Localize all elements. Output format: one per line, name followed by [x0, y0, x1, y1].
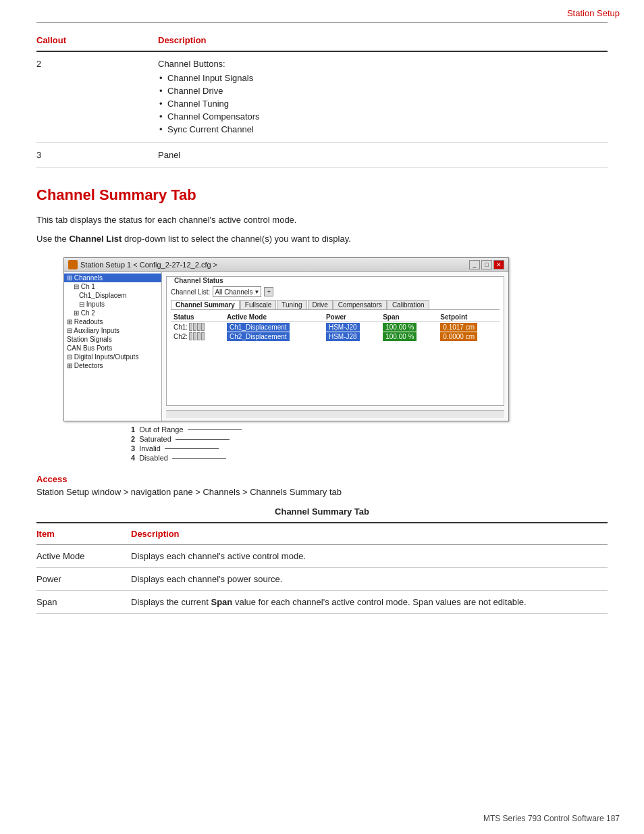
- nav-tree[interactable]: ⊞ Channels ⊟ Ch 1 Ch1_Displacem ⊟ Inputs…: [64, 272, 162, 421]
- channel-status-legend: Channel Status: [172, 277, 225, 284]
- channel-add-button[interactable]: +: [264, 287, 273, 296]
- callout-number: 3: [36, 143, 158, 167]
- annotation-number-2: 2: [131, 435, 135, 443]
- power-value: HSM-J28: [326, 332, 360, 341]
- intro-paragraph-2: Use the Channel List drop-down list to s…: [36, 232, 608, 246]
- nav-item-digital-io[interactable]: ⊟ Digital Inputs/Outputs: [64, 353, 161, 361]
- table-row-span: Span Displays the current Span value for…: [36, 591, 608, 614]
- col-power: Power: [323, 313, 380, 322]
- annotation-2: 2 Saturated: [131, 435, 608, 443]
- breadcrumb: Station Setup: [0, 0, 644, 22]
- setpoint-value: 0.1017 cm: [440, 323, 477, 332]
- nav-item-can-bus-ports[interactable]: CAN Bus Ports: [64, 344, 161, 353]
- channel-list-dropdown[interactable]: All Channels ▼: [213, 286, 261, 297]
- channel-status-inner: Channel List: All Channels ▼ + Channel S…: [167, 285, 504, 344]
- intro-text-pre: Use the: [36, 234, 69, 244]
- software-window: Station Setup 1 < Config_2-27-12_2.cfg >…: [63, 257, 509, 421]
- description-cell-span: Displays the current Span value for each…: [131, 591, 608, 614]
- channel-data-table: Status Active Mode Power Span Setpoint: [171, 313, 500, 341]
- footer: MTS Series 793 Control Software 187: [483, 814, 620, 823]
- tab-drive[interactable]: Drive: [308, 300, 333, 309]
- annotation-label-4: Disabled: [139, 454, 168, 462]
- description-table: Item Description Active Mode Displays ea…: [36, 522, 608, 614]
- ch1-active-mode: Ch1_Displacement: [224, 322, 323, 332]
- dropdown-arrow-icon: ▼: [254, 289, 260, 295]
- callout-table: Callout Description 2 Channel Buttons: C…: [36, 30, 608, 167]
- description-label: Channel Buttons:: [158, 59, 225, 69]
- nav-item-channels[interactable]: ⊞ Channels: [64, 273, 161, 282]
- nav-item-ch2[interactable]: ⊞ Ch 2: [64, 309, 161, 317]
- ch1-id: Ch1:: [171, 322, 224, 332]
- annotation-dash-1: [188, 429, 242, 430]
- window-body: ⊞ Channels ⊟ Ch 1 Ch1_Displacem ⊟ Inputs…: [64, 272, 508, 421]
- active-mode-value: Ch1_Displacement: [227, 323, 290, 332]
- titlebar: Station Setup 1 < Config_2-27-12_2.cfg >…: [64, 258, 508, 272]
- annotation-label-3: Invalid: [139, 444, 161, 452]
- status-bar: [193, 323, 196, 331]
- tab-calibration[interactable]: Calibration: [387, 300, 429, 309]
- nav-item-detectors[interactable]: ⊞ Detectors: [64, 361, 161, 370]
- description-cell: Displays each channel's active control m…: [131, 545, 608, 568]
- table-row-power: Power Displays each channel's power sour…: [36, 568, 608, 591]
- close-button[interactable]: ✕: [493, 260, 504, 269]
- annotation-number-3: 3: [131, 444, 135, 452]
- channel-list-label: Channel List:: [171, 288, 210, 296]
- access-path: Station Setup window > navigation pane >…: [36, 487, 608, 497]
- access-heading: Access: [36, 474, 608, 484]
- channel-tabs[interactable]: Channel Summary Fullscale Tuning Drive C…: [171, 300, 500, 310]
- nav-item-ch1-displacem[interactable]: Ch1_Displacem: [64, 291, 161, 300]
- divider-top: [36, 22, 608, 23]
- active-mode-value: Ch2_Displacement: [227, 332, 290, 341]
- app-icon: [68, 260, 78, 269]
- nav-item-readouts[interactable]: ⊞ Readouts: [64, 317, 161, 326]
- tab-channel-summary[interactable]: Channel Summary: [171, 300, 240, 309]
- ch1-setpoint: 0.1017 cm: [437, 322, 500, 332]
- annotation-label-1: Out of Range: [139, 425, 183, 434]
- power-value: HSM-J20: [326, 323, 360, 332]
- tab-tuning[interactable]: Tuning: [277, 300, 306, 309]
- item-cell: Power: [36, 568, 131, 591]
- window-controls[interactable]: _ □ ✕: [469, 260, 504, 269]
- minimize-button[interactable]: _: [469, 260, 480, 269]
- ch1-label: Ch1:: [173, 323, 188, 331]
- item-cell: Active Mode: [36, 545, 131, 568]
- status-bar: [197, 332, 200, 340]
- ch2-row: Ch2:: [171, 332, 500, 341]
- ch2-span: 100.00 %: [380, 332, 437, 341]
- nav-item-station-signals[interactable]: Station Signals: [64, 335, 161, 344]
- col-active-mode: Active Mode: [224, 313, 323, 322]
- tab-compensators[interactable]: Compensators: [333, 300, 387, 309]
- nav-item-inputs[interactable]: ⊟ Inputs: [64, 300, 161, 309]
- span-value: 100.00 %: [383, 332, 417, 341]
- description-col-header: Description: [158, 30, 608, 51]
- col-status: Status: [171, 313, 224, 322]
- annotation-number-4: 4: [131, 454, 135, 462]
- annotation-dash-3: [165, 448, 219, 449]
- titlebar-title: Station Setup 1 < Config_2-27-12_2.cfg >: [68, 260, 217, 269]
- channel-status-group: Channel Status Channel List: All Channel…: [166, 276, 504, 406]
- col-span: Span: [380, 313, 437, 322]
- nav-item-ch1[interactable]: ⊟ Ch 1: [64, 282, 161, 291]
- screenshot-area: Station Setup 1 < Config_2-27-12_2.cfg >…: [63, 257, 608, 462]
- channel-status-panel: Channel Status Channel List: All Channel…: [162, 272, 508, 421]
- annotation-dash-2: [176, 439, 230, 440]
- span-desc-post: value for each channel's active control …: [232, 597, 526, 607]
- nav-item-auxiliary-inputs[interactable]: ⊟ Auxiliary Inputs: [64, 326, 161, 335]
- table-row: 3 Panel: [36, 143, 608, 167]
- callout-description: Channel Buttons: Channel Input Signals C…: [158, 51, 608, 143]
- annotation-number-1: 1: [131, 425, 135, 434]
- annotation-dash-4: [172, 458, 226, 459]
- scrollbar-area[interactable]: [166, 410, 504, 418]
- tab-fullscale[interactable]: Fullscale: [240, 300, 276, 309]
- list-item: Channel Drive: [158, 84, 601, 97]
- section-heading: Channel Summary Tab: [36, 186, 608, 204]
- list-item: Channel Compensators: [158, 110, 601, 123]
- annotation-list: 1 Out of Range 2 Saturated 3 Invalid 4 D…: [131, 425, 608, 462]
- table-row: 2 Channel Buttons: Channel Input Signals…: [36, 51, 608, 143]
- annotation-4: 4 Disabled: [131, 454, 608, 462]
- list-item: Channel Tuning: [158, 97, 601, 110]
- status-bar: [201, 323, 205, 331]
- maximize-button[interactable]: □: [481, 260, 492, 269]
- setpoint-value: 0.0000 cm: [440, 332, 477, 341]
- annotation-3: 3 Invalid: [131, 444, 608, 452]
